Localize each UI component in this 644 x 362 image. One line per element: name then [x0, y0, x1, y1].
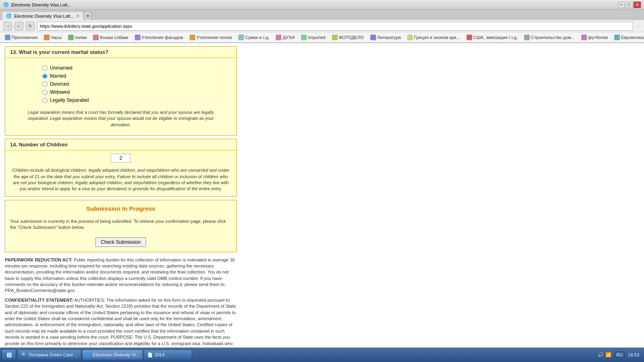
label-divorced: Divorced [50, 81, 69, 87]
legal-sections: PAPERWORK REDUCTION ACT: Public reportin… [5, 257, 237, 362]
taskbar-item-browser[interactable]: 🌐 Electronic Diversity Vi... [82, 350, 143, 360]
label-legally-separated: Legally Separated [50, 97, 89, 103]
option-divorced: Divorced [42, 81, 199, 87]
taskbar-item-greencard[interactable]: 🔍 Потеряна Green Card ... [18, 350, 81, 360]
taskbar-2014-label: 2014 [155, 352, 164, 357]
taskbar-right: 🔊 📶 RU 18:53 [594, 352, 642, 358]
taskbar-items: 🔍 Потеряна Green Card ... 🌐 Electronic D… [18, 350, 593, 360]
tab-favicon: 🌐 [6, 13, 12, 19]
right-area [242, 43, 644, 362]
system-tray: 🔊 📶 [598, 352, 611, 358]
nav-bar: ◄ ► ↻ ☆ [0, 20, 644, 32]
radio-legally-separated[interactable] [42, 98, 47, 103]
tray-icon-1: 🔊 [598, 352, 604, 358]
submission-message: Your submission is currently in the proc… [5, 217, 236, 234]
paperwork-act-text: Public reporting burden for this collect… [5, 257, 235, 293]
title-bar-text: Electronic Diversity Visa Lott... [11, 2, 616, 7]
back-button[interactable]: ◄ [3, 22, 12, 31]
children-note: Children include all biological children… [5, 166, 236, 196]
clock-display: 18:53 [628, 352, 639, 357]
marital-status-header: 13. What is your current marital status? [5, 47, 236, 58]
tab-close-icon[interactable]: ✕ [76, 14, 79, 18]
label-married: Married [50, 73, 66, 79]
marital-status-question: 13. What is your current marital status? [10, 49, 108, 55]
close-btn[interactable]: ✕ [634, 2, 641, 8]
taskbar-item-2014[interactable]: 📄 2014 [144, 350, 192, 360]
option-unmarried: Unmarried [42, 65, 199, 71]
bookmark-evro[interactable]: Евроволюция [612, 34, 644, 41]
option-married: Married [42, 73, 199, 79]
forward-button[interactable]: ► [14, 22, 23, 31]
taskbar-greencard-icon: 🔍 [21, 352, 27, 358]
minimize-btn[interactable]: ─ [617, 2, 625, 8]
marital-status-section: 13. What is your current marital status?… [5, 46, 237, 136]
taskbar: ⊞ 🔍 Потеряна Green Card ... 🌐 Electronic… [0, 348, 644, 362]
marital-status-options: Unmarried Married Divorced Widowed [10, 62, 231, 106]
marital-status-body: Unmarried Married Divorced Widowed [5, 58, 236, 135]
bookmark-construction[interactable]: Строительство дом... [522, 34, 577, 41]
paperwork-act-paragraph: PAPERWORK REDUCTION ACT: Public reportin… [5, 257, 237, 294]
label-unmarried: Unmarried [50, 65, 72, 71]
taskbar-browser-icon: 🌐 [86, 352, 91, 358]
taskbar-2014-icon: 📄 [147, 352, 153, 358]
address-bar[interactable] [37, 22, 633, 31]
taskbar-browser-label: Electronic Diversity Vi... [93, 352, 139, 357]
clock-time: 18:53 [628, 352, 639, 357]
radio-widowed[interactable] [42, 90, 47, 95]
tab-title: Electronic Diversity Visa Lott... [14, 14, 74, 19]
title-bar-favicon: 🌐 [3, 2, 9, 7]
bookmark-sumki[interactable]: Сумки и т.д. [236, 34, 272, 41]
start-button[interactable]: ⊞ [2, 349, 16, 360]
bookmark-polki[interactable]: полки [66, 34, 89, 41]
browser-chrome: 🌐 Electronic Diversity Visa Lott... ─ □ … [0, 0, 644, 43]
children-input[interactable] [111, 154, 131, 162]
check-submission-row: Check Submission [5, 234, 236, 252]
language-indicator[interactable]: RU [615, 352, 625, 358]
bookmark-greece[interactable]: Греция и эконом кри... [405, 34, 462, 41]
tray-icon-2: 📶 [605, 352, 611, 358]
confidentiality-label: CONFIDENTIALITY STATEMENT: [5, 298, 73, 302]
taskbar-greencard-label: Потеряна Green Card ... [29, 352, 78, 357]
bookmarks-bar: Приложения Часы полки Кошки собаки Утепл… [0, 32, 644, 43]
bookmark-fotodelo[interactable]: ФОТОДЕЛО [330, 34, 366, 41]
bookmark-futbolki[interactable]: футболки [579, 34, 610, 41]
bookmark-fasady[interactable]: Утепление фасадов [132, 34, 186, 41]
radio-divorced[interactable] [42, 82, 47, 87]
radio-unmarried[interactable] [42, 66, 47, 71]
star-icon[interactable]: ☆ [636, 23, 641, 29]
refresh-button[interactable]: ↻ [26, 22, 35, 31]
bookmark-imported[interactable]: Imported [299, 34, 328, 41]
label-widowed: Widowed [50, 89, 70, 95]
paperwork-act-label: PAPERWORK REDUCTION ACT: [5, 257, 72, 262]
submission-title: Submission In Progress [5, 200, 236, 217]
maximize-btn[interactable]: □ [625, 2, 633, 8]
active-tab[interactable]: 🌐 Electronic Diversity Visa Lott... ✕ [2, 11, 84, 20]
bookmark-chasy[interactable]: Часы [41, 34, 64, 41]
new-tab-btn[interactable]: + [84, 11, 92, 20]
children-input-row [5, 150, 236, 166]
option-legally-separated: Legally Separated [42, 97, 199, 103]
children-section: 14. Number of Children Children include … [5, 139, 237, 197]
title-bar: 🌐 Electronic Diversity Visa Lott... ─ □ … [0, 0, 644, 10]
radio-married[interactable] [42, 74, 47, 79]
option-widowed: Widowed [42, 89, 199, 95]
bookmark-literatura[interactable]: Литература [368, 34, 403, 41]
bookmark-dukhi[interactable]: ДУХИ [273, 34, 297, 41]
bookmark-usa[interactable]: США, эмиграция і т.д. [464, 34, 520, 41]
check-submission-button[interactable]: Check Submission [95, 237, 146, 247]
legal-separation-note: Legal separation means that a court has … [10, 106, 231, 131]
main-content: 13. What is your current marital status?… [0, 43, 242, 362]
bookmark-poly[interactable]: Утепление полов [187, 34, 234, 41]
bookmark-prilozhenia[interactable]: Приложения [2, 34, 40, 41]
bookmark-koshki[interactable]: Кошки собаки [91, 34, 130, 41]
submission-box: Submission In Progress Your submission i… [5, 200, 237, 252]
content-wrapper: 13. What is your current marital status?… [0, 43, 644, 362]
tab-bar: 🌐 Electronic Diversity Visa Lott... ✕ + [0, 10, 644, 20]
children-header: 14. Number of Children [5, 139, 236, 150]
